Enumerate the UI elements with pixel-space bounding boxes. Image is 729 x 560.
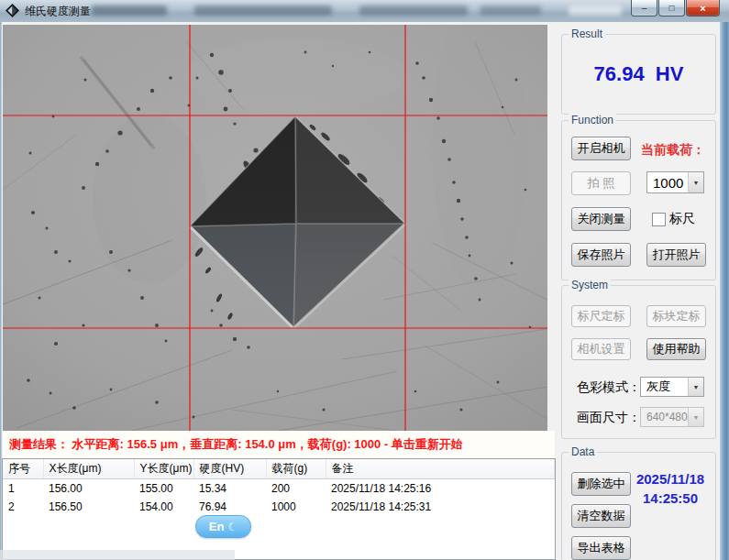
table-row[interactable]: 2156.50154.0076.9410002025/11/18 14:25:3… [3, 498, 555, 516]
export-table-button[interactable]: 导出表格 [571, 536, 631, 560]
background-window-smudge [569, 5, 622, 16]
background-artifact [0, 550, 235, 560]
table-cell: 154.00 [134, 498, 193, 516]
table-cell: 2 [3, 498, 43, 516]
close-button[interactable]: × [686, 0, 720, 16]
col-hardness: 硬度(HV) [193, 459, 266, 479]
table-cell: 2025/11/18 14:25:31 [326, 498, 555, 516]
clear-data-button[interactable]: 清空数据 [571, 504, 631, 528]
table-header-row: 序号 X长度(μm) Y长度(μm) 硬度(HV) 载荷(g) 备注 [3, 459, 555, 479]
chevron-down-icon: ▼ [688, 408, 703, 426]
current-date: 2025/11/18 [630, 469, 711, 489]
table-cell: 2025/11/18 14:25:16 [326, 479, 555, 499]
delete-selected-button[interactable]: 删除选中 [571, 472, 631, 496]
current-time: 14:25:50 [630, 489, 711, 508]
minimize-icon: – [642, 3, 647, 13]
frame-size-label: 画面尺寸： [577, 410, 641, 426]
ruler-checkbox-label: 标尺 [669, 211, 695, 227]
client-area: 测量结果： 水平距离: 156.5 μm，垂直距离: 154.0 μm，载荷(g… [0, 22, 729, 560]
block-calibration-button[interactable]: 标块定标 [646, 305, 706, 327]
system-group-label: System [569, 279, 611, 291]
take-photo-button[interactable]: 拍 照 [571, 171, 631, 195]
col-remark: 备注 [326, 459, 555, 479]
col-load: 载荷(g) [266, 459, 326, 479]
load-select-value: 1000 [647, 175, 688, 191]
table-cell: 1000 [266, 498, 326, 516]
color-mode-label: 色彩模式： [577, 379, 641, 396]
table-cell: 155.00 [134, 479, 193, 499]
chevron-down-icon: ▼ [688, 378, 703, 396]
system-group: System 标尺定标 标块定标 相机设置 使用帮助 色彩模式： 灰度 ▼ 画面… [561, 285, 716, 439]
ruler-checkbox[interactable] [652, 213, 666, 226]
camera-settings-button[interactable]: 相机设置 [571, 338, 631, 360]
microscope-viewport[interactable] [3, 25, 547, 431]
hardness-result-value: 76.94 HV [562, 62, 715, 86]
table-cell: 156.50 [43, 498, 134, 516]
background-window-smudge [92, 5, 167, 16]
result-group-label: Result [569, 27, 605, 40]
table-row[interactable]: 1156.00155.0015.342002025/11/18 14:25:16 [3, 479, 555, 499]
app-window: 维氏硬度测量 – □ × [0, 0, 729, 560]
window-title: 维氏硬度测量 [25, 4, 91, 19]
col-x-length: X长度(μm) [43, 459, 134, 479]
col-y-length: Y长度(μm) [134, 459, 193, 479]
table-cell: 156.00 [43, 479, 134, 499]
minimize-button[interactable]: – [631, 0, 657, 16]
open-camera-button[interactable]: 开启相机 [571, 137, 631, 160]
ime-language-label: En [209, 520, 225, 533]
chevron-down-icon: ▼ [688, 172, 703, 192]
data-group-label: Data [569, 445, 597, 458]
open-photo-button[interactable]: 打开照片 [646, 243, 706, 267]
measurement-table[interactable]: 序号 X长度(μm) Y长度(μm) 硬度(HV) 载荷(g) 备注 1156.… [2, 458, 556, 560]
close-measure-button[interactable]: 关闭测量 [571, 207, 631, 231]
moon-icon: ☾ [227, 521, 237, 533]
save-photo-button[interactable]: 保存照片 [571, 243, 631, 267]
measurement-result-text: 测量结果： 水平距离: 156.5 μm，垂直距离: 154.0 μm，载荷(g… [9, 437, 463, 451]
result-group: Result 76.94 HV [561, 34, 716, 115]
background-window-smudge [359, 5, 468, 16]
table-cell: 76.94 [193, 498, 266, 516]
color-mode-value: 灰度 [641, 379, 688, 395]
table-cell: 200 [266, 479, 326, 499]
measurement-result-bar: 测量结果： 水平距离: 156.5 μm，垂直距离: 154.0 μm，载荷(g… [3, 431, 555, 458]
frame-size-select[interactable]: 640*480 ▼ [640, 407, 704, 427]
maximize-button[interactable]: □ [658, 0, 685, 16]
current-datetime: 2025/11/18 14:25:50 [630, 469, 711, 508]
table-cell: 15.34 [193, 479, 266, 499]
function-group: Function 开启相机 当前载荷： 拍 照 1000 ▼ 关闭测量 标尺 保… [561, 120, 716, 280]
maximize-icon: □ [668, 3, 674, 13]
measurement-table-body: 1156.00155.0015.342002025/11/18 14:25:16… [3, 479, 555, 517]
microscope-image [3, 25, 547, 431]
color-mode-select[interactable]: 灰度 ▼ [640, 377, 704, 397]
background-window-smudge [194, 5, 332, 16]
window-right-border [720, 22, 729, 560]
help-button[interactable]: 使用帮助 [646, 338, 706, 360]
table-cell: 1 [3, 479, 43, 499]
app-diamond-icon [6, 4, 19, 17]
col-index: 序号 [3, 459, 43, 479]
current-load-label: 当前载荷： [641, 142, 705, 159]
function-group-label: Function [569, 114, 616, 126]
background-window-smudge [480, 5, 541, 16]
title-bar: 维氏硬度测量 – □ × [0, 0, 729, 23]
close-icon: × [700, 3, 705, 14]
ime-indicator[interactable]: En ☾ [195, 515, 251, 538]
ruler-calibration-button[interactable]: 标尺定标 [571, 305, 631, 327]
frame-size-value: 640*480 [641, 411, 688, 423]
data-group: Data 删除选中 2025/11/18 14:25:50 清空数据 导出表格 [561, 452, 716, 560]
window-controls: – □ × [630, 0, 720, 16]
load-select[interactable]: 1000 ▼ [646, 171, 704, 193]
